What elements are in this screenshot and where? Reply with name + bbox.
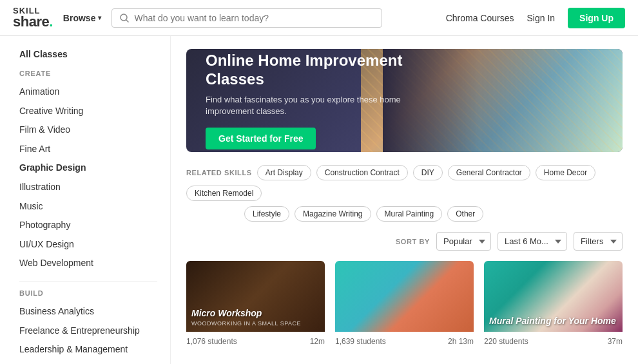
logo-bottom: share. — [13, 15, 53, 29]
card-meta-2: 1,639 students 2h 13m — [335, 332, 474, 346]
sidebar-section-build: BUILD — [19, 289, 157, 297]
logo: SKILL share. — [13, 6, 53, 29]
sidebar-item-photography[interactable]: Photography — [19, 216, 157, 235]
card-title-1: Micro Workshop — [191, 308, 320, 319]
card-students-2: 1,639 students — [335, 337, 386, 346]
sort-label: SORT BY — [396, 238, 430, 245]
sidebar-item-marketing[interactable]: Marketing — [19, 359, 157, 364]
hero-cta-button[interactable]: Get Started for Free — [206, 128, 316, 149]
skill-tag-home-decor[interactable]: Home Decor — [536, 165, 595, 180]
course-thumb-2 — [335, 261, 474, 332]
course-thumb-1: Micro Workshop WOODWORKING IN A SMALL SP… — [186, 261, 325, 332]
sidebar-section-create: CREATE — [19, 70, 157, 77]
sidebar-item-music[interactable]: Music — [19, 197, 157, 216]
sidebar-item-film-video[interactable]: Film & Video — [19, 120, 157, 140]
hero-title: Online Home Improvement Classes — [206, 52, 407, 89]
hero-content: Online Home Improvement Classes Find wha… — [186, 49, 426, 152]
header-right: Chroma Courses Sign In Sign Up — [446, 8, 625, 28]
related-skills-row2: Lifestyle Magazine Writing Mural Paintin… — [186, 206, 623, 222]
card-students-3: 220 students — [484, 337, 528, 346]
related-skills-row1: RELATED SKILLS Art Display Construction … — [186, 165, 623, 201]
hero-subtitle: Find what fascinates you as you explore … — [206, 94, 407, 117]
card-title-3: Mural Painting for Your Home — [489, 316, 617, 327]
skill-tag-kitchen-remodel[interactable]: Kitchen Remodel — [186, 186, 262, 201]
card-subtitle-1: WOODWORKING IN A SMALL SPACE — [191, 320, 320, 327]
card-duration-1: 12m — [310, 337, 325, 346]
skill-tag-lifestyle[interactable]: Lifestyle — [244, 206, 289, 222]
skill-tag-construction[interactable]: Construction Contract — [316, 165, 408, 180]
search-input[interactable] — [134, 13, 374, 23]
signin-link[interactable]: Sign In — [527, 13, 556, 23]
skill-tag-magazine-writing[interactable]: Magazine Writing — [295, 206, 371, 222]
related-skills-label: RELATED SKILLS — [186, 169, 252, 177]
card-students-1: 1,076 students — [186, 337, 237, 346]
search-icon — [120, 14, 129, 23]
card-meta-1: 1,076 students 12m — [186, 332, 325, 346]
hero-banner: Online Home Improvement Classes Find wha… — [186, 49, 623, 152]
signup-button[interactable]: Sign Up — [568, 8, 625, 28]
sidebar-item-business-analytics[interactable]: Business Analytics — [19, 302, 157, 321]
card-overlay-1: Micro Workshop WOODWORKING IN A SMALL SP… — [191, 308, 320, 327]
course-card-1[interactable]: Micro Workshop WOODWORKING IN A SMALL SP… — [186, 261, 325, 346]
sidebar-divider — [19, 281, 157, 282]
sidebar-item-ui-ux[interactable]: UI/UX Design — [19, 235, 157, 254]
skill-tag-diy[interactable]: DIY — [413, 165, 443, 180]
sort-bar: SORT BY Popular Last 6 Mo... Filters — [186, 232, 623, 251]
search-bar — [111, 8, 382, 28]
skill-tag-art-display[interactable]: Art Display — [257, 165, 311, 180]
sidebar-item-animation[interactable]: Animation — [19, 82, 157, 102]
sort-time-select[interactable]: Last 6 Mo... — [498, 232, 567, 251]
browse-button[interactable]: Browse ▾ — [63, 13, 102, 23]
svg-line-1 — [126, 20, 128, 22]
header: SKILL share. Browse ▾ Chroma Courses Sig… — [0, 0, 638, 36]
sidebar-item-graphic-design[interactable]: Graphic Design — [19, 158, 157, 178]
card-duration-3: 37m — [608, 337, 623, 346]
sidebar-item-fine-art[interactable]: Fine Art — [19, 140, 157, 159]
sort-filters-select[interactable]: Filters — [574, 232, 623, 251]
sidebar: All Classes CREATE Animation Creative Wr… — [0, 36, 171, 364]
sidebar-item-leadership[interactable]: Leadership & Management — [19, 340, 157, 359]
skill-tag-other[interactable]: Other — [447, 206, 483, 222]
skill-tag-mural-painting[interactable]: Mural Painting — [376, 206, 443, 222]
course-cards: Micro Workshop WOODWORKING IN A SMALL SP… — [186, 261, 623, 346]
card-meta-3: 220 students 37m — [484, 332, 623, 346]
sidebar-item-illustration[interactable]: Illustration — [19, 178, 157, 197]
course-thumb-3: Mural Painting for Your Home — [484, 261, 623, 332]
card-duration-2: 2h 13m — [448, 337, 474, 346]
sidebar-item-web-dev[interactable]: Web Development — [19, 254, 157, 273]
sidebar-item-creative-writing[interactable]: Creative Writing — [19, 102, 157, 121]
skill-tag-general-contractor[interactable]: General Contractor — [448, 165, 530, 180]
chroma-courses-link[interactable]: Chroma Courses — [446, 13, 514, 23]
sidebar-item-freelance[interactable]: Freelance & Entrepreneurship — [19, 321, 157, 341]
course-card-3[interactable]: Mural Painting for Your Home 220 student… — [484, 261, 623, 346]
course-card-2[interactable]: 1,639 students 2h 13m — [335, 261, 474, 346]
content: Online Home Improvement Classes Find wha… — [171, 36, 638, 364]
browse-label: Browse — [63, 13, 96, 23]
sidebar-all-classes[interactable]: All Classes — [19, 49, 157, 59]
chevron-down-icon: ▾ — [98, 14, 101, 21]
sort-popular-select[interactable]: Popular — [436, 232, 491, 251]
card-overlay-3: Mural Painting for Your Home — [489, 316, 617, 327]
main-layout: All Classes CREATE Animation Creative Wr… — [0, 36, 638, 364]
